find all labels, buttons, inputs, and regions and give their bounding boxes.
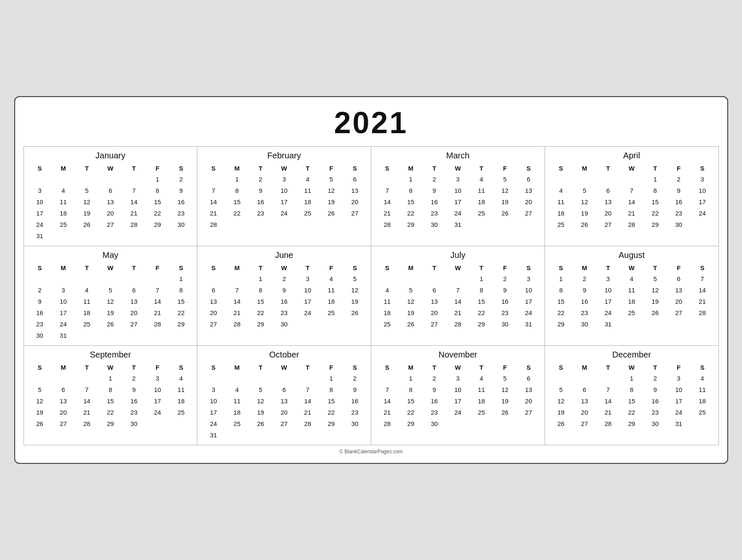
day-cell: 9 [122, 384, 146, 395]
day-cell [320, 219, 343, 230]
day-cell: 27 [273, 418, 296, 429]
day-cell: 18 [469, 395, 493, 407]
day-cell: 20 [343, 196, 367, 208]
day-header: F [320, 362, 343, 373]
day-cell: 25 [690, 407, 714, 418]
day-cell [122, 330, 146, 341]
day-cell: 30 [573, 318, 596, 330]
day-cell [273, 429, 296, 441]
day-cell: 8 [99, 384, 122, 395]
day-cell: 22 [146, 208, 169, 219]
day-cell [28, 373, 52, 384]
week-row: 17181920212223 [202, 407, 367, 418]
day-cell [28, 273, 52, 284]
day-cell: 13 [517, 384, 540, 395]
day-cell: 28 [122, 219, 146, 230]
day-cell: 3 [690, 174, 714, 185]
day-cell [75, 230, 99, 242]
week-row: 567891011 [549, 384, 714, 395]
day-cell: 21 [596, 407, 620, 418]
day-cell: 19 [343, 296, 367, 307]
week-row: 11121314151617 [375, 296, 540, 307]
day-cell: 17 [146, 395, 169, 407]
week-row: 1234 [28, 373, 193, 384]
day-header: S [343, 163, 367, 174]
day-cell: 4 [296, 174, 320, 185]
day-cell: 26 [28, 418, 52, 429]
day-cell: 11 [690, 384, 714, 395]
day-cell: 11 [469, 185, 493, 196]
day-cell: 27 [667, 307, 690, 318]
day-cell [620, 174, 643, 185]
week-row: 282930 [375, 418, 540, 429]
day-cell: 17 [517, 296, 540, 307]
day-cell: 2 [667, 174, 690, 185]
day-cell: 31 [667, 418, 690, 429]
day-cell: 3 [146, 373, 169, 384]
day-header: F [667, 362, 690, 373]
day-cell [122, 230, 146, 242]
day-cell: 8 [249, 284, 272, 296]
week-row: 78910111213 [375, 384, 540, 395]
day-header: S [549, 362, 573, 373]
day-cell: 28 [146, 318, 169, 330]
day-cell [690, 418, 714, 429]
day-header: F [493, 263, 517, 273]
month-name: May [28, 249, 193, 263]
day-cell [202, 373, 225, 384]
day-cell: 6 [99, 185, 122, 196]
day-cell: 30 [343, 418, 367, 429]
day-cell: 11 [225, 395, 249, 407]
month-name: June [202, 249, 367, 263]
week-row: 567891011 [28, 384, 193, 395]
day-header: T [249, 263, 272, 273]
day-cell: 18 [75, 307, 99, 318]
day-cell: 20 [596, 208, 620, 219]
day-cell: 17 [446, 196, 469, 208]
day-cell [249, 429, 272, 441]
week-row: 19202122232425 [549, 407, 714, 418]
day-cell: 7 [375, 384, 399, 395]
day-cell: 16 [122, 395, 146, 407]
day-cell: 29 [320, 418, 343, 429]
day-cell: 16 [249, 196, 272, 208]
day-cell: 19 [99, 307, 122, 318]
day-cell: 26 [493, 208, 517, 219]
day-cell: 14 [296, 395, 320, 407]
day-cell: 24 [28, 219, 52, 230]
day-cell [52, 174, 75, 185]
week-row: 262728293031 [549, 418, 714, 429]
day-cell: 20 [517, 196, 540, 208]
day-cell: 9 [667, 185, 690, 196]
day-cell: 21 [75, 407, 99, 418]
day-cell: 4 [225, 384, 249, 395]
day-cell: 1 [620, 373, 643, 384]
day-header: W [273, 263, 296, 273]
week-row: 1234 [549, 373, 714, 384]
month-block-february: FebruarySMTWTFS1234567891011121314151617… [197, 147, 371, 246]
day-cell: 12 [28, 395, 52, 407]
week-row: 45678910 [375, 284, 540, 296]
day-cell: 9 [273, 284, 296, 296]
day-cell: 4 [375, 284, 399, 296]
day-header: S [169, 362, 193, 373]
day-cell: 1 [169, 273, 193, 284]
week-row: 22232425262728 [549, 307, 714, 318]
day-cell: 21 [375, 407, 399, 418]
day-cell: 3 [296, 273, 320, 284]
day-cell: 3 [28, 185, 52, 196]
day-header: W [99, 263, 122, 273]
day-cell: 14 [146, 296, 169, 307]
day-cell: 10 [52, 296, 75, 307]
day-cell [169, 418, 193, 429]
week-row: 123 [549, 174, 714, 185]
day-cell: 10 [667, 384, 690, 395]
day-cell: 27 [573, 418, 596, 429]
day-cell: 7 [296, 384, 320, 395]
week-row: 12131415161718 [28, 395, 193, 407]
day-cell: 26 [320, 208, 343, 219]
day-cell: 13 [422, 296, 446, 307]
day-cell: 5 [573, 185, 596, 196]
day-header: T [469, 362, 493, 373]
day-header: F [667, 263, 690, 273]
